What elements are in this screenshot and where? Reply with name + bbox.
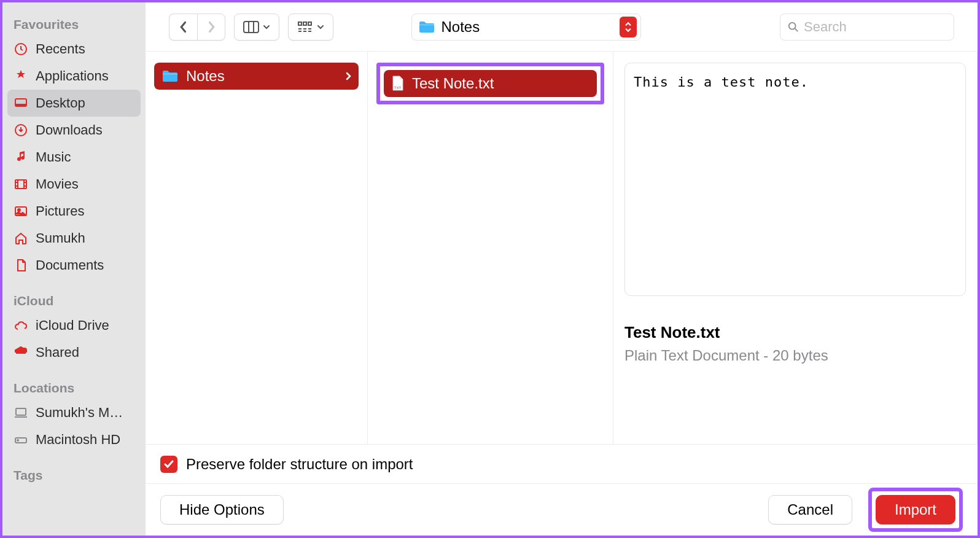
sidebar: Favourites Recents Applications Desktop … bbox=[2, 2, 146, 536]
section-header-tags: Tags bbox=[7, 464, 141, 486]
sidebar-item-shared[interactable]: Shared bbox=[7, 339, 141, 366]
documents-icon bbox=[14, 258, 28, 273]
svg-text:TXT: TXT bbox=[394, 86, 402, 90]
svg-point-16 bbox=[789, 22, 796, 29]
sidebar-item-label: Music bbox=[36, 149, 71, 165]
nav-group bbox=[169, 14, 225, 41]
cancel-label: Cancel bbox=[787, 501, 833, 518]
file-label: Test Note.txt bbox=[412, 75, 494, 92]
annotation-highlight: TXT Test Note.txt bbox=[376, 63, 604, 104]
laptop-icon bbox=[14, 405, 28, 420]
sidebar-item-downloads[interactable]: Downloads bbox=[7, 117, 141, 144]
column-2: TXT Test Note.txt bbox=[368, 52, 613, 444]
annotation-highlight: Import bbox=[868, 488, 963, 532]
txt-file-icon: TXT bbox=[391, 76, 405, 92]
sidebar-item-icloud-drive[interactable]: iCloud Drive bbox=[7, 312, 141, 339]
column-browser: Notes TXT Test Note.txt Th bbox=[146, 52, 978, 445]
section-header-favourites: Favourites bbox=[7, 14, 141, 36]
group-by-button[interactable] bbox=[288, 14, 333, 41]
sidebar-item-label: Shared bbox=[36, 345, 79, 361]
file-row-test-note[interactable]: TXT Test Note.txt bbox=[384, 70, 597, 97]
folder-icon bbox=[418, 20, 435, 34]
search-field[interactable] bbox=[780, 14, 954, 41]
location-updown-button[interactable] bbox=[620, 17, 637, 37]
sidebar-item-pictures[interactable]: Pictures bbox=[7, 198, 141, 225]
file-info-meta: Plain Text Document - 20 bytes bbox=[624, 347, 966, 364]
svg-rect-9 bbox=[16, 408, 26, 415]
sidebar-item-label: Pictures bbox=[36, 203, 84, 219]
folder-row-notes[interactable]: Notes bbox=[154, 63, 359, 90]
sidebar-item-documents[interactable]: Documents bbox=[7, 252, 141, 279]
preserve-structure-checkbox[interactable] bbox=[160, 456, 177, 473]
search-icon bbox=[788, 21, 799, 33]
main-panel: Notes Notes bbox=[146, 2, 978, 536]
sidebar-item-label: Recents bbox=[36, 41, 85, 57]
view-columns-button[interactable] bbox=[234, 14, 279, 41]
check-icon bbox=[163, 459, 174, 470]
music-icon bbox=[14, 150, 28, 165]
sidebar-item-label: Sumukh bbox=[36, 230, 85, 246]
chevron-right-icon bbox=[345, 71, 351, 81]
sidebar-item-recents[interactable]: Recents bbox=[7, 36, 141, 63]
bottom-row: Hide Options Cancel Import bbox=[146, 484, 978, 536]
apps-icon bbox=[14, 69, 28, 84]
svg-point-11 bbox=[17, 440, 18, 441]
disk-icon bbox=[14, 432, 28, 447]
svg-rect-2 bbox=[15, 104, 26, 106]
search-input[interactable] bbox=[804, 19, 946, 35]
svg-point-8 bbox=[23, 348, 26, 352]
sidebar-item-home[interactable]: Sumukh bbox=[7, 225, 141, 252]
sidebar-item-music[interactable]: Music bbox=[7, 144, 141, 171]
folder-icon bbox=[161, 69, 179, 83]
movies-icon bbox=[14, 177, 28, 192]
sidebar-item-desktop[interactable]: Desktop bbox=[7, 90, 141, 117]
svg-point-6 bbox=[18, 209, 20, 211]
sidebar-item-applications[interactable]: Applications bbox=[7, 63, 141, 90]
toolbar: Notes bbox=[146, 2, 978, 52]
sidebar-item-movies[interactable]: Movies bbox=[7, 171, 141, 198]
preserve-structure-label: Preserve folder structure on import bbox=[186, 456, 413, 473]
svg-rect-13 bbox=[298, 22, 301, 25]
svg-rect-12 bbox=[244, 21, 259, 33]
section-header-icloud: iCloud bbox=[7, 290, 141, 312]
home-icon bbox=[14, 231, 28, 246]
sidebar-item-label: Desktop bbox=[36, 95, 85, 111]
cancel-button[interactable]: Cancel bbox=[768, 495, 852, 524]
desktop-icon bbox=[14, 96, 28, 111]
download-icon bbox=[14, 123, 28, 138]
sidebar-item-label: Movies bbox=[36, 176, 79, 192]
sidebar-item-label: Sumukh's M… bbox=[36, 405, 123, 421]
shared-icon bbox=[14, 345, 28, 360]
column-1: Notes bbox=[146, 52, 368, 444]
back-button[interactable] bbox=[169, 14, 197, 41]
pictures-icon bbox=[14, 204, 28, 219]
svg-rect-14 bbox=[303, 22, 306, 25]
file-info-name: Test Note.txt bbox=[624, 323, 966, 342]
sidebar-item-macintosh-hd[interactable]: Macintosh HD bbox=[7, 426, 141, 453]
clock-icon bbox=[14, 42, 28, 57]
location-pill[interactable]: Notes bbox=[411, 14, 641, 41]
sidebar-item-label: Applications bbox=[36, 68, 109, 84]
svg-rect-4 bbox=[15, 180, 26, 189]
hide-options-button[interactable]: Hide Options bbox=[160, 495, 284, 524]
hide-options-label: Hide Options bbox=[179, 501, 265, 518]
forward-button[interactable] bbox=[197, 14, 225, 41]
location-label: Notes bbox=[441, 18, 480, 36]
sidebar-item-label: iCloud Drive bbox=[36, 318, 109, 333]
chevron-down-icon bbox=[263, 24, 270, 30]
preview-content: This is a test note. bbox=[624, 63, 966, 296]
column-3-preview: This is a test note. Test Note.txt Plain… bbox=[613, 52, 978, 444]
import-label: Import bbox=[895, 501, 936, 518]
import-button[interactable]: Import bbox=[876, 495, 955, 524]
sidebar-item-this-mac[interactable]: Sumukh's M… bbox=[7, 399, 141, 426]
folder-label: Notes bbox=[186, 68, 225, 85]
file-info: Test Note.txt Plain Text Document - 20 b… bbox=[613, 296, 966, 364]
sidebar-item-label: Macintosh HD bbox=[36, 432, 120, 448]
svg-rect-15 bbox=[308, 22, 311, 25]
file-open-dialog: Favourites Recents Applications Desktop … bbox=[2, 2, 978, 536]
chevron-down-icon bbox=[317, 24, 324, 30]
sidebar-item-label: Downloads bbox=[36, 122, 103, 138]
sidebar-item-label: Documents bbox=[36, 257, 104, 273]
options-row: Preserve folder structure on import bbox=[146, 445, 978, 484]
section-header-locations: Locations bbox=[7, 377, 141, 399]
